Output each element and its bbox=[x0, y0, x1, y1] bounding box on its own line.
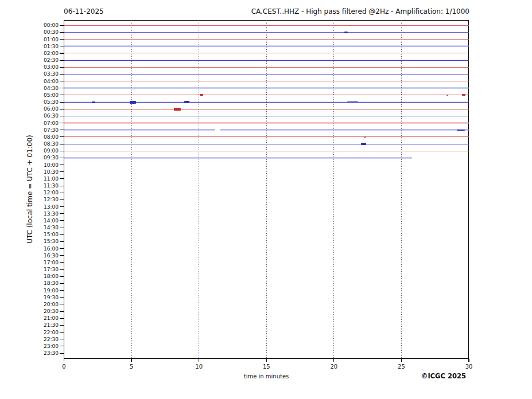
x-tick-label: 25 bbox=[393, 363, 410, 370]
y-tick-label: 11:30 bbox=[33, 183, 59, 189]
y-tick-label: 07:00 bbox=[33, 120, 59, 126]
y-tick-label: 13:00 bbox=[33, 204, 59, 210]
y-tick-label: 19:30 bbox=[33, 295, 59, 300]
y-tick-label: 04:30 bbox=[33, 85, 59, 91]
gridline bbox=[401, 20, 402, 359]
trace-line bbox=[64, 74, 469, 75]
y-axis-tick bbox=[60, 346, 64, 346]
y-axis-tick bbox=[60, 151, 64, 151]
y-tick-label: 04:00 bbox=[33, 79, 59, 84]
y-tick-label: 20:00 bbox=[33, 302, 59, 307]
x-tick-label: 5 bbox=[123, 363, 140, 370]
x-axis-tick bbox=[468, 359, 469, 362]
y-axis-tick bbox=[60, 158, 64, 158]
gridline bbox=[333, 20, 334, 359]
y-tick-label: 03:00 bbox=[33, 64, 59, 70]
trace-line bbox=[64, 32, 469, 33]
y-tick-label: 10:30 bbox=[33, 169, 59, 175]
y-tick-label: 22:00 bbox=[33, 330, 59, 335]
x-tick-label: 15 bbox=[258, 363, 275, 370]
y-axis-tick bbox=[60, 228, 64, 228]
y-axis-tick bbox=[60, 193, 64, 193]
y-axis-tick bbox=[60, 283, 64, 284]
x-axis-tick bbox=[401, 359, 402, 362]
y-axis-tick bbox=[60, 130, 64, 130]
y-axis-tick bbox=[60, 220, 64, 221]
y-axis-tick bbox=[60, 165, 64, 165]
date-label: 06-11-2025 bbox=[64, 7, 104, 15]
gridline bbox=[199, 20, 199, 359]
y-axis-tick bbox=[60, 136, 64, 137]
y-tick-label: 09:30 bbox=[33, 155, 59, 161]
trace-line bbox=[64, 39, 469, 40]
y-tick-label: 18:00 bbox=[33, 273, 59, 279]
gridline bbox=[131, 20, 132, 359]
y-axis-tick bbox=[60, 325, 64, 326]
y-tick-label: 17:00 bbox=[33, 260, 59, 265]
trace-line bbox=[64, 158, 413, 158]
y-tick-label: 06:30 bbox=[33, 113, 59, 119]
y-axis-tick bbox=[60, 262, 64, 263]
trace-line bbox=[64, 88, 469, 88]
trace-event bbox=[130, 101, 137, 104]
trace-event bbox=[184, 101, 189, 103]
x-axis-tick bbox=[64, 359, 64, 362]
trace-line bbox=[64, 46, 469, 46]
x-axis-label: time in minutes bbox=[244, 373, 289, 380]
y-axis-tick bbox=[60, 311, 64, 312]
y-axis-tick bbox=[60, 25, 64, 26]
y-tick-label: 01:30 bbox=[33, 44, 59, 49]
y-tick-label: 16:00 bbox=[33, 246, 59, 252]
y-tick-label: 15:30 bbox=[33, 238, 59, 244]
y-axis-tick bbox=[60, 95, 64, 95]
trace-line bbox=[64, 144, 469, 144]
y-tick-label: 08:00 bbox=[33, 134, 59, 140]
y-axis-tick bbox=[60, 123, 64, 123]
trace-event bbox=[462, 94, 465, 96]
y-tick-label: 05:30 bbox=[33, 99, 59, 105]
trace-event bbox=[457, 130, 465, 131]
gridline bbox=[266, 20, 267, 359]
y-axis-tick bbox=[60, 339, 64, 339]
y-tick-label: 13:30 bbox=[33, 211, 59, 217]
trace-line bbox=[64, 81, 469, 81]
y-axis-tick bbox=[60, 353, 64, 354]
y-axis-tick bbox=[60, 241, 64, 242]
y-tick-label: 02:30 bbox=[33, 57, 59, 63]
y-axis-tick bbox=[60, 116, 64, 116]
y-axis-tick bbox=[60, 67, 64, 68]
trace-line bbox=[64, 116, 469, 116]
y-axis-tick bbox=[60, 109, 64, 109]
trace-line bbox=[64, 109, 469, 109]
y-axis-tick bbox=[60, 53, 64, 53]
trace-event bbox=[361, 143, 366, 145]
y-axis-tick bbox=[60, 304, 64, 304]
trace-line bbox=[64, 60, 469, 61]
trace-line bbox=[64, 151, 469, 151]
y-tick-label: 09:00 bbox=[33, 148, 59, 154]
y-axis-tick bbox=[60, 81, 64, 81]
y-tick-label: 16:30 bbox=[33, 253, 59, 259]
y-axis-label: UTC (local time = UTC + 01:00) bbox=[26, 135, 34, 244]
y-tick-label: 02:00 bbox=[33, 50, 59, 56]
trace-line bbox=[64, 102, 469, 103]
trace-event bbox=[446, 95, 449, 96]
y-axis-tick bbox=[60, 269, 64, 270]
trace-line bbox=[64, 67, 469, 68]
y-axis-tick bbox=[60, 206, 64, 207]
y-tick-label: 23:30 bbox=[33, 350, 59, 356]
y-axis-tick bbox=[60, 88, 64, 88]
trace-line bbox=[64, 130, 215, 130]
y-tick-label: 15:00 bbox=[33, 232, 59, 237]
y-axis-tick bbox=[60, 332, 64, 332]
y-tick-label: 19:00 bbox=[33, 288, 59, 294]
y-tick-label: 20:30 bbox=[33, 308, 59, 314]
trace-event bbox=[92, 101, 95, 103]
chart-title: CA.CEST..HHZ - High pass filtered @2Hz -… bbox=[251, 7, 469, 15]
y-tick-label: 21:00 bbox=[33, 315, 59, 321]
y-tick-label: 21:30 bbox=[33, 322, 59, 328]
y-axis-tick bbox=[60, 60, 64, 61]
trace-line bbox=[64, 25, 469, 26]
trace-line bbox=[64, 95, 469, 95]
x-axis-tick bbox=[199, 359, 199, 362]
